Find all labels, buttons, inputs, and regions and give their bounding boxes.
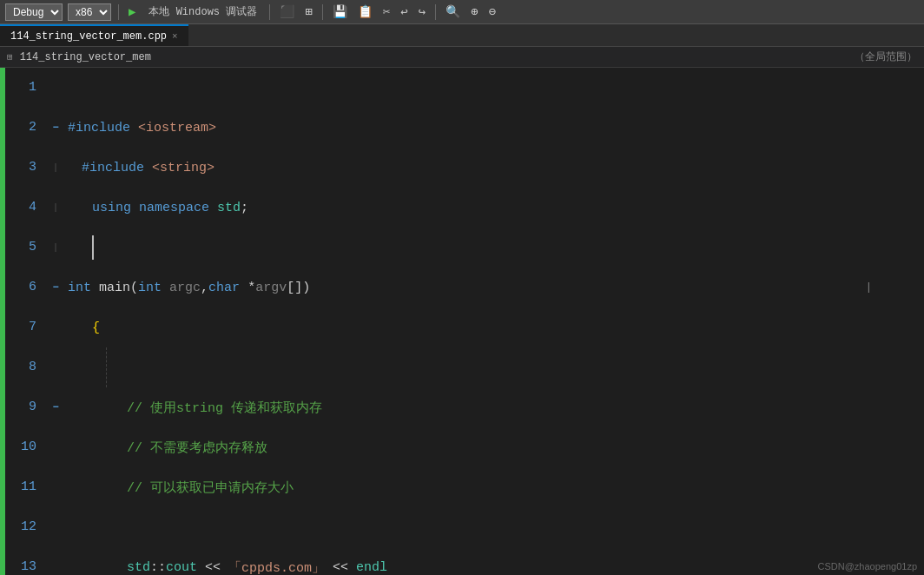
ns-std-13: std [127, 560, 150, 575]
directive-2: #include [68, 121, 130, 135]
arch-dropdown[interactable]: x86 [68, 3, 111, 21]
collapse-4: | [47, 188, 64, 228]
code-line-7: { [68, 307, 924, 347]
op-13b: << [325, 560, 356, 575]
collapse-1 [47, 68, 64, 108]
kw-char: char [208, 281, 240, 295]
kw-namespace: namespace [139, 201, 209, 215]
code-line-5 [68, 228, 924, 268]
collapse-3: | [47, 148, 64, 188]
line-num-10: 10 [5, 427, 36, 467]
code-line-6: int main(int argc,char *argv[]) | [68, 268, 924, 307]
argc: argc [162, 281, 201, 295]
code-line-13: std::cout << 「cppds.com」 << endl [68, 547, 924, 575]
line-numbers: 1 2 3 4 5 6 7 8 9 10 11 12 13 [5, 68, 47, 575]
collapse-9[interactable]: − [47, 387, 64, 427]
active-tab[interactable]: 114_string_vector_mem.cpp × [0, 24, 188, 46]
ns-std: std [217, 201, 241, 215]
collapse-7 [47, 307, 64, 347]
filepath-scope: （全局范围） [855, 50, 917, 64]
line-num-4: 4 [5, 188, 36, 228]
toolbar-icon-3[interactable]: 💾 [330, 3, 350, 21]
line-num-6: 6 [5, 268, 36, 307]
code-line-12 [68, 507, 924, 547]
space-2 [130, 121, 138, 135]
line-num-11: 11 [5, 467, 36, 507]
collapse-5: | [47, 228, 64, 268]
comma-6: , [201, 281, 208, 295]
collapse-12 [47, 507, 64, 547]
collapse-10 [47, 427, 64, 467]
include-file-3: <string> [152, 161, 214, 175]
semi-4: ; [241, 201, 248, 215]
argv: argv [255, 281, 287, 295]
collapse-2[interactable]: − [47, 108, 64, 148]
toolbar-icon-4[interactable]: 📋 [355, 3, 375, 21]
toolbar-icon-9[interactable]: ⊕ [468, 3, 480, 21]
toolbar-icon-7[interactable]: ↪ [416, 3, 428, 21]
line-num-3: 3 [5, 148, 36, 188]
comment-9: // 使用string 传递和获取内存 [127, 400, 322, 416]
toolbar-icon-1[interactable]: ⬛ [277, 3, 297, 21]
line-num-2: 2 [5, 108, 36, 148]
code-line-2: #include <iostream> [68, 108, 924, 148]
toolbar-icon-2[interactable]: ⊞ [302, 3, 314, 21]
collapse-11 [47, 467, 64, 507]
directive-3: #include [82, 161, 144, 175]
mouse-cursor: | [866, 281, 872, 294]
tab-bar: 114_string_vector_mem.cpp × [0, 24, 924, 47]
collapse-6[interactable]: − [47, 268, 64, 307]
tab-filename: 114_string_vector_mem.cpp [10, 30, 167, 43]
brace-open: { [92, 321, 100, 335]
collapse-8 [47, 347, 64, 387]
line-num-5: 5 [5, 228, 36, 268]
line-num-8: 8 [5, 347, 36, 387]
space-6a [91, 281, 99, 295]
bracket-6: []) [287, 281, 310, 295]
dcolon-13: :: [150, 560, 166, 575]
space-4a [131, 201, 139, 215]
include-file-2: <iostream> [138, 121, 216, 135]
toolbar-separator-1 [118, 4, 119, 20]
endl-13: endl [356, 560, 387, 575]
collapse-column: − | | | − − [47, 68, 64, 575]
debug-dropdown[interactable]: Debug [5, 3, 63, 21]
kw-using: using [92, 201, 131, 215]
toolbar-separator-3 [322, 4, 323, 20]
space-6b [240, 281, 248, 295]
toolbar-icon-10[interactable]: ⊖ [485, 3, 498, 21]
kw-int-arg: int [138, 281, 162, 295]
ptr-6: * [248, 281, 255, 295]
line-num-9: 9 [5, 387, 36, 427]
comment-10: // 不需要考虑内存释放 [127, 440, 267, 456]
run-label[interactable]: 本地 Windows 调试器 [143, 3, 262, 21]
code-line-10: // 不需要考虑内存释放 [68, 427, 924, 467]
code-line-1 [68, 68, 924, 108]
code-line-3: #include <string> [68, 148, 924, 188]
code-editor[interactable]: #include <iostream> #include <string> us… [64, 68, 924, 575]
indent-guide-8 [106, 347, 107, 387]
cout-13: cout [166, 560, 197, 575]
toolbar-icon-8[interactable]: 🔍 [443, 3, 463, 21]
toolbar-separator-4 [435, 4, 436, 20]
line-num-12: 12 [5, 507, 36, 547]
toolbar-icon-6[interactable]: ↩ [398, 3, 410, 21]
code-line-4: using namespace std; [68, 188, 924, 228]
tab-close-button[interactable]: × [172, 31, 178, 42]
toolbar-icon-5[interactable]: ✂ [380, 3, 393, 21]
run-button[interactable]: ▶ [126, 3, 138, 21]
space-4b [209, 201, 217, 215]
string-literal-13: 「cppds.com」 [228, 559, 325, 576]
code-line-11: // 可以获取已申请内存大小 [68, 467, 924, 507]
code-line-9: // 使用string 传递和获取内存 [68, 387, 924, 427]
line-num-1: 1 [5, 68, 36, 108]
filepath-icon: ⊞ [7, 51, 13, 63]
code-line-8 [68, 347, 924, 387]
line-num-7: 7 [5, 307, 36, 347]
cursor [92, 235, 94, 260]
line-num-13: 13 [5, 547, 36, 575]
toolbar: Debug x86 ▶ 本地 Windows 调试器 ⬛ ⊞ 💾 📋 ✂ ↩ ↪… [0, 0, 924, 24]
comment-11: // 可以获取已申请内存大小 [127, 479, 294, 496]
filepath-text: 114_string_vector_mem [20, 51, 151, 63]
filepath-bar: ⊞ 114_string_vector_mem （全局范围） [0, 47, 924, 68]
